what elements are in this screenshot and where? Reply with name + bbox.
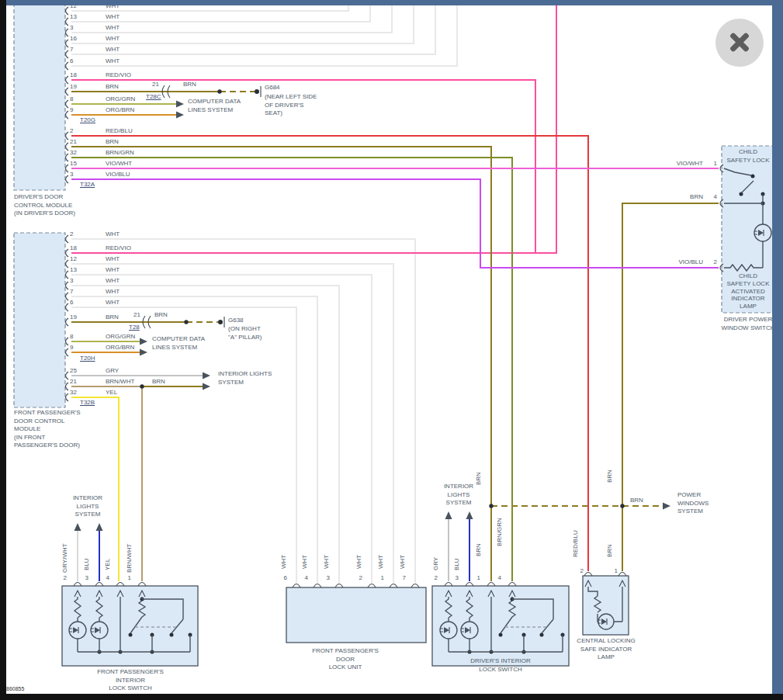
connector-link-t28[interactable]: T28 — [129, 324, 140, 332]
pin-number: 3 — [70, 24, 73, 33]
pin-number: 3 — [70, 277, 73, 286]
wire-color-label: BRN — [183, 81, 196, 89]
component-label-central-locking-lamp: CENTRAL LOCKING SAFE INDICATOR LAMP — [566, 637, 646, 662]
pin-number: 25 — [70, 367, 77, 376]
pin-color-label: ORG/BRN — [106, 106, 134, 115]
wire-color-label: GRY — [432, 557, 440, 570]
system-label-interior-lights: INTERIOR LIGHTS SYSTEM — [431, 483, 486, 508]
pin-number: 4 — [102, 574, 109, 583]
switch-internals — [69, 168, 771, 652]
pin-color-label: ORG/GRN — [106, 95, 135, 104]
pin-number: 4 — [708, 193, 717, 202]
wiring-diagram-viewer: 12 WHT 13 WHT 3 WHT 16 WHT 7 WHT 6 WHT 1… — [0, 0, 783, 700]
connector-link-t20g[interactable]: T20G — [80, 116, 95, 125]
pin-color-label: BRN/WHT — [106, 378, 134, 386]
pin-color-label: ORG/BRN — [106, 344, 134, 352]
ground-location: (ON RIGHT "A" PILLAR) — [228, 325, 262, 341]
pin-color-label: WHT — [106, 255, 120, 264]
wire-color-label: GRY/WHT — [61, 543, 69, 573]
pin-number: 6 — [70, 57, 73, 66]
pin-number: 21 — [70, 378, 77, 386]
pin-number: 12 — [70, 255, 77, 264]
wire-color-label: WHT — [355, 555, 363, 569]
ground-ref-g684: G684 — [265, 84, 280, 92]
wire-color-label: BRN — [152, 378, 165, 386]
connector-link-t32a[interactable]: T32A — [80, 181, 95, 189]
connector-link-t32b[interactable]: T32B — [80, 399, 95, 407]
pin-number: 1 — [610, 567, 618, 576]
pin-color-label: WHT — [106, 230, 120, 239]
connector-link-t28c[interactable]: T28C — [146, 93, 161, 102]
pin-color-label: BRN — [106, 138, 119, 147]
pin-number: 19 — [70, 83, 77, 92]
pin-number: 18 — [70, 244, 77, 253]
pin-color-label: WHT — [106, 288, 120, 296]
pin-number: 32 — [70, 149, 77, 158]
pin-number: 9 — [70, 106, 73, 115]
wire-color-label: WHT — [399, 555, 407, 569]
viewer-frame-bottom — [0, 694, 783, 700]
colored-wires — [71, 5, 719, 581]
pin-color-label: VIO/WHT — [663, 160, 703, 168]
wire-color-label: BRN — [606, 544, 614, 557]
pin-color-label: VIO/WHT — [106, 160, 132, 168]
module-label-driver-door: DRIVER'S DOOR CONTROL MODULE (IN DRIVER'… — [14, 193, 75, 218]
pin-number: 3 — [70, 171, 73, 179]
pin-number: 2 — [708, 258, 717, 267]
pin-number: 6 — [279, 574, 287, 583]
pin-color-label: GRY — [106, 367, 119, 376]
pin-color-label: VIO/BLU — [106, 171, 130, 179]
pin-number: 1 — [473, 574, 480, 583]
pin-color-label: BRN/GRN — [106, 149, 134, 158]
wire-color-label: BLU — [83, 558, 91, 570]
wire-color-label: RED/BLU — [572, 530, 580, 557]
pin-number: 8 — [70, 95, 73, 104]
wire-color-label: WHT — [377, 555, 385, 569]
splice-pin-ref: 21 — [133, 311, 140, 320]
pin-number: 13 — [70, 266, 77, 275]
pin-number: 1 — [708, 160, 717, 168]
ground-location: (NEAR LEFT SIDE OF DRIVER'S SEAT) — [265, 93, 317, 118]
wire-color-label: BRN — [475, 472, 483, 485]
pin-number: 7 — [398, 574, 406, 583]
pin-color-label: WHT — [106, 46, 120, 54]
pin-number: 3 — [81, 574, 88, 583]
pin-color-label: WHT — [106, 13, 120, 22]
pin-number: 9 — [70, 344, 73, 352]
system-label-interior-lights: INTERIOR LIGHTS SYSTEM — [61, 494, 115, 519]
pin-number: 1 — [376, 574, 384, 583]
wire-color-label: BRN — [475, 543, 483, 556]
wire-color-label: BRN — [606, 470, 614, 483]
pin-number: 19 — [70, 314, 77, 322]
junction-dots — [98, 89, 765, 654]
splice-pin-ref: 21 — [152, 81, 159, 89]
component-label-power-window-switch: DRIVER POWER WINDOW SWITCH — [716, 316, 780, 332]
wire-color-label: WHT — [280, 555, 288, 569]
pin-color-label: WHT — [106, 57, 120, 66]
wire-color-label: BLU — [453, 558, 461, 570]
viewer-frame-top — [0, 0, 783, 5]
pin-number: 2 — [355, 574, 362, 583]
connector-link-t20h[interactable]: T20H — [80, 355, 95, 363]
pin-number: 2 — [576, 567, 584, 576]
pin-color-label: ORG/GRN — [106, 333, 135, 341]
pin-color-label: WHT — [106, 24, 120, 33]
connector-symbols — [66, 7, 724, 597]
pin-number: 6 — [70, 299, 73, 307]
pin-color-label: WHT — [106, 277, 120, 286]
pin-color-label: WHT — [106, 266, 120, 275]
close-button[interactable] — [715, 19, 764, 67]
wire-color-label: YEL — [104, 559, 112, 570]
pin-number: 21 — [70, 138, 77, 147]
pin-color-label: RED/BLU — [106, 127, 133, 136]
pin-color-label: RED/VIO — [106, 244, 131, 253]
pin-number: 4 — [494, 574, 501, 583]
pin-color-label: RED/VIO — [106, 71, 131, 80]
pin-number: 3 — [451, 574, 459, 583]
wire-color-label: BRN/WHT — [126, 544, 133, 573]
pin-number: 3 — [322, 574, 330, 583]
component-label-door-lock-unit: FRONT PASSENGER'S DOOR LOCK UNIT — [297, 647, 393, 672]
pin-number: 2 — [70, 127, 73, 136]
viewer-frame-right — [772, 0, 783, 700]
system-label-computer-data: COMPUTER DATA LINES SYSTEM — [188, 98, 241, 114]
